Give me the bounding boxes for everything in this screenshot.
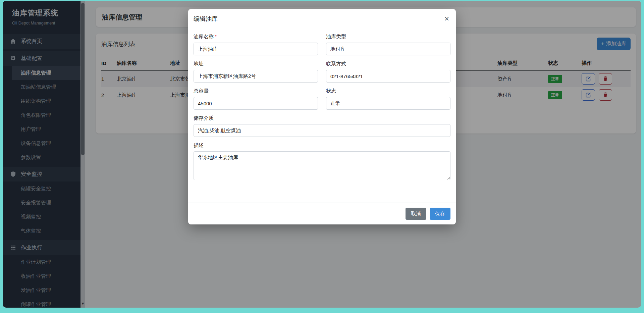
capacity-input[interactable] [194,97,318,110]
modal-header: 编辑油库 × [188,9,456,28]
field-capacity: 总容量 [194,88,318,110]
cancel-button[interactable]: 取消 [406,208,426,220]
medium-label: 储存介质 [194,115,450,121]
field-address: 地址 [194,61,318,83]
description-label: 描述 [194,142,450,149]
depot-type-label: 油库类型 [326,34,450,40]
capacity-label: 总容量 [194,88,318,94]
close-icon[interactable]: × [443,15,450,22]
required-asterisk: * [215,34,217,39]
description-textarea[interactable]: 华东地区主要油库 [194,151,450,180]
contact-label: 联系方式 [326,61,450,67]
field-description: 描述 华东地区主要油库 [194,142,450,181]
status-label: 状态 [326,88,450,94]
field-contact: 联系方式 [326,61,450,83]
modal-body: 油库名称* 油库类型 地址 联系方式 总容量 状态 [188,28,456,203]
field-depot-type: 油库类型 [326,34,450,55]
depot-type-input[interactable] [326,43,450,55]
status-input[interactable] [326,97,450,110]
save-button[interactable]: 保存 [430,208,450,220]
edit-depot-modal: 编辑油库 × 油库名称* 油库类型 地址 联系方式 [188,9,456,224]
address-input[interactable] [194,70,318,83]
contact-input[interactable] [326,70,450,83]
medium-input[interactable] [194,124,450,137]
field-medium: 储存介质 [194,115,450,137]
depot-name-input[interactable] [194,43,318,55]
modal-footer: 取消 保存 [188,203,456,224]
address-label: 地址 [194,61,318,67]
modal-title: 编辑油库 [194,15,218,23]
depot-name-label: 油库名称 [194,34,214,39]
field-depot-name: 油库名称* [194,34,318,55]
field-status: 状态 [326,88,450,110]
